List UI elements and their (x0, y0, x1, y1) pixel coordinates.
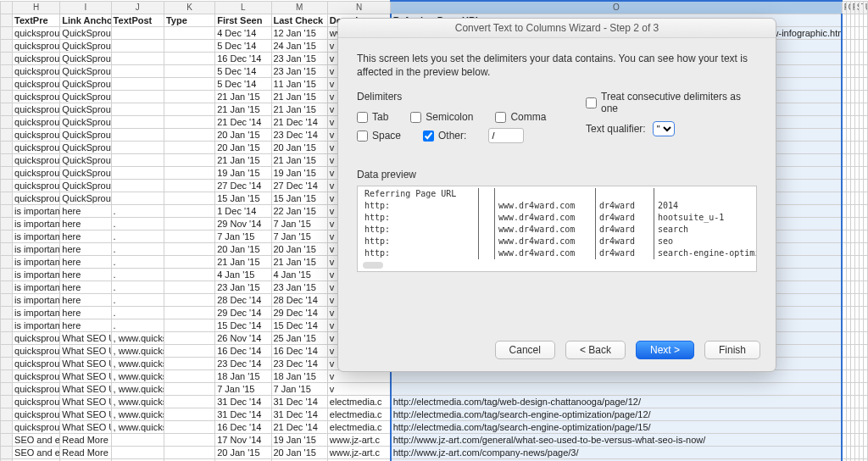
cell[interactable] (164, 205, 214, 218)
cell[interactable]: QuickSprout (60, 154, 111, 167)
cell[interactable]: is important (13, 218, 60, 230)
cell[interactable] (164, 269, 214, 281)
cell[interactable] (111, 65, 164, 78)
back-button[interactable]: < Back (565, 341, 626, 359)
cell[interactable]: . (111, 218, 164, 230)
cell[interactable]: , www.quicksprout.com (111, 370, 164, 383)
cell[interactable] (164, 370, 214, 383)
cell[interactable]: 4 Jan '15 (271, 269, 327, 281)
cell[interactable]: http://www.jz-art.com/company-news/page/… (391, 447, 843, 459)
cell[interactable] (111, 53, 164, 65)
cell[interactable]: quicksprout.c (13, 91, 60, 103)
cell[interactable]: 19 Jan '15 (271, 167, 327, 180)
cell[interactable]: is important (13, 281, 60, 294)
treat-consecutive-checkbox[interactable]: Treat consecutive delimiters as one (586, 91, 757, 114)
cell[interactable] (863, 40, 867, 53)
cell[interactable]: here (60, 205, 111, 218)
cell[interactable] (391, 383, 843, 396)
cell[interactable]: quicksprout.c (13, 396, 60, 408)
cell[interactable]: here (60, 294, 111, 307)
cell[interactable] (863, 307, 867, 319)
cell[interactable]: 20 Jan '15 (271, 447, 327, 459)
cell[interactable] (863, 370, 867, 383)
cell[interactable]: http://electmedia.com/tag/search-engine-… (391, 408, 843, 421)
cell[interactable]: , www.quicksprout.com (111, 358, 164, 370)
cell[interactable]: v (327, 383, 390, 396)
cell[interactable]: 31 Dec '14 (271, 408, 327, 421)
cell[interactable] (164, 78, 214, 91)
cell[interactable] (863, 421, 867, 434)
cell[interactable] (863, 218, 867, 230)
cell[interactable]: QuickSprout (60, 180, 111, 192)
cell[interactable]: 23 Jan '15 (271, 53, 327, 65)
column-header[interactable]: S (854, 1, 859, 14)
cell[interactable]: quicksprout.c (13, 27, 60, 40)
cell[interactable]: 1 Dec '14 (215, 205, 271, 218)
cell[interactable]: quicksprout.c (13, 180, 60, 192)
cell[interactable] (164, 40, 214, 53)
cell[interactable]: 27 Dec '14 (271, 180, 327, 192)
cell[interactable]: electmedia.c (327, 396, 390, 408)
cell[interactable] (863, 154, 867, 167)
cell[interactable]: 4 Dec '14 (215, 27, 271, 40)
cell[interactable]: quicksprout.c (13, 383, 60, 396)
cell[interactable] (164, 243, 214, 256)
cell[interactable] (863, 142, 867, 154)
text-qualifier-select[interactable]: " (653, 121, 675, 136)
cell[interactable]: http://electmedia.com/tag/web-design-cha… (391, 396, 843, 408)
cell[interactable] (164, 345, 214, 358)
cell[interactable]: 16 Dec '14 (215, 345, 271, 358)
cell[interactable] (863, 230, 867, 243)
cell[interactable]: What SEO Used (60, 370, 111, 383)
cell[interactable]: is important (13, 205, 60, 218)
column-header[interactable]: M (271, 1, 327, 14)
cell[interactable]: here (60, 243, 111, 256)
cell[interactable]: TextPre (13, 14, 60, 27)
cell[interactable] (164, 256, 214, 269)
cell[interactable] (863, 205, 867, 218)
cell[interactable] (863, 116, 867, 129)
cell[interactable]: 24 Jan '15 (271, 40, 327, 53)
cell[interactable] (164, 307, 214, 319)
cell[interactable] (863, 180, 867, 192)
cell[interactable]: quicksprout.c (13, 40, 60, 53)
cell[interactable] (863, 447, 867, 459)
cell[interactable]: 7 Jan '15 (271, 218, 327, 230)
cell[interactable] (164, 65, 214, 78)
cell[interactable]: . (111, 319, 164, 332)
cell[interactable]: 7 Jan '15 (215, 383, 271, 396)
cell[interactable]: 4 Jan '15 (215, 269, 271, 281)
cell[interactable] (863, 408, 867, 421)
cell[interactable]: here (60, 281, 111, 294)
cell[interactable]: 5 Dec '14 (215, 65, 271, 78)
cell[interactable] (164, 192, 214, 205)
cell[interactable]: 19 Jan '15 (215, 167, 271, 180)
cell[interactable]: . (111, 307, 164, 319)
cell[interactable]: 16 Dec '14 (215, 421, 271, 434)
cell[interactable]: here (60, 307, 111, 319)
cell[interactable]: quicksprout.c (13, 78, 60, 91)
cell[interactable]: QuickSprout (60, 116, 111, 129)
cell[interactable]: . (111, 281, 164, 294)
cell[interactable] (164, 421, 214, 434)
cell[interactable]: quicksprout.c (13, 65, 60, 78)
cell[interactable]: Type (164, 14, 214, 27)
cell[interactable] (863, 434, 867, 447)
cell[interactable] (164, 103, 214, 116)
cell[interactable]: here (60, 230, 111, 243)
cell[interactable] (863, 14, 867, 27)
cell[interactable]: www.jz-art.c (327, 447, 390, 459)
column-header[interactable]: O (391, 1, 843, 14)
cell[interactable]: First Seen (215, 14, 271, 27)
preview-scrollbar-thumb[interactable] (363, 262, 383, 269)
cell[interactable] (164, 167, 214, 180)
cell[interactable]: quicksprout.c (13, 116, 60, 129)
cell[interactable] (111, 27, 164, 40)
cell[interactable]: . (111, 294, 164, 307)
cell[interactable] (863, 294, 867, 307)
cell[interactable]: here (60, 319, 111, 332)
cell[interactable]: QuickSprout (60, 78, 111, 91)
cell[interactable]: quicksprout.c (13, 345, 60, 358)
cell[interactable]: What SEO Used (60, 408, 111, 421)
column-header[interactable]: Q (846, 1, 850, 14)
